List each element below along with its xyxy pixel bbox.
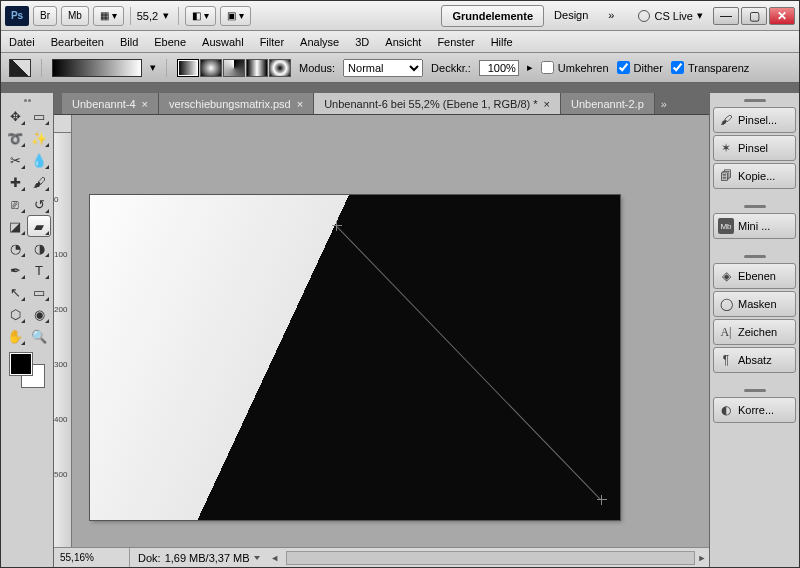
panel-grip[interactable]: [710, 203, 799, 209]
doc-tab[interactable]: verschiebungsmatrix.psd×: [159, 93, 314, 114]
pen-tool[interactable]: ✒: [3, 259, 27, 281]
gradient-angle[interactable]: [223, 59, 245, 77]
gradient-radial[interactable]: [200, 59, 222, 77]
menu-ansicht[interactable]: Ansicht: [385, 36, 421, 48]
hscrollbar[interactable]: [286, 551, 695, 565]
3d-tool[interactable]: ⬡: [3, 303, 27, 325]
gradient-end-handle[interactable]: [597, 495, 607, 505]
move-tool[interactable]: ✥: [3, 105, 27, 127]
gradient-diamond[interactable]: [269, 59, 291, 77]
panel-absatz[interactable]: ¶Absatz: [713, 347, 796, 373]
close-icon[interactable]: ×: [544, 98, 550, 110]
canvas-viewport[interactable]: [72, 133, 709, 547]
blur-tool[interactable]: ◔: [3, 237, 27, 259]
tab-gutter: [1, 83, 799, 93]
3d-camera-tool[interactable]: ◉: [27, 303, 51, 325]
chevron-right-icon[interactable]: ▸: [527, 61, 533, 74]
menu-auswahl[interactable]: Auswahl: [202, 36, 244, 48]
close-button[interactable]: ✕: [769, 7, 795, 25]
panel-zeichen[interactable]: A|Zeichen: [713, 319, 796, 345]
minibridge-button[interactable]: Mb: [61, 6, 89, 26]
close-icon[interactable]: ×: [297, 98, 303, 110]
menu-filter[interactable]: Filter: [260, 36, 284, 48]
panel-grip[interactable]: [710, 253, 799, 259]
dodge-tool[interactable]: ◑: [27, 237, 51, 259]
menu-ebene[interactable]: Ebene: [154, 36, 186, 48]
gradient-reflected[interactable]: [246, 59, 268, 77]
maximize-button[interactable]: ▢: [741, 7, 767, 25]
doc-tab[interactable]: Unbenannt-6 bei 55,2% (Ebene 1, RGB/8) *…: [314, 93, 561, 114]
history-brush-tool[interactable]: ↺: [27, 193, 51, 215]
crop-tool[interactable]: ✂: [3, 149, 27, 171]
panel-masken[interactable]: ◯Masken: [713, 291, 796, 317]
tool-preset-picker[interactable]: [9, 59, 31, 77]
zoom-tool[interactable]: 🔍: [27, 325, 51, 347]
window-controls: — ▢ ✕: [713, 7, 795, 25]
toolbox: ✥▭ ➰✨ ✂💧 ✚🖌 ⎚↺ ◪▰ ◔◑ ✒T ↖▭ ⬡◉ ✋🔍: [1, 93, 54, 567]
transparenz-check[interactable]: Transparenz: [671, 61, 749, 74]
panel-grip[interactable]: [710, 387, 799, 393]
color-swatches[interactable]: [10, 353, 44, 387]
wand-tool[interactable]: ✨: [27, 127, 51, 149]
zoom-combo[interactable]: 55,2 ▾: [137, 9, 172, 22]
menu-3d[interactable]: 3D: [355, 36, 369, 48]
cslive-button[interactable]: CS Live ▾: [638, 9, 703, 22]
menu-fenster[interactable]: Fenster: [437, 36, 474, 48]
workspace-grundelemente[interactable]: Grundelemente: [441, 5, 544, 27]
stamp-tool[interactable]: ⎚: [3, 193, 27, 215]
hand-tool[interactable]: ✋: [3, 325, 27, 347]
scroll-right-icon[interactable]: ►: [695, 553, 709, 563]
screenmode-button[interactable]: ▣ ▾: [220, 6, 251, 26]
menu-hilfe[interactable]: Hilfe: [491, 36, 513, 48]
gradient-start-handle[interactable]: [332, 221, 342, 231]
menu-bild[interactable]: Bild: [120, 36, 138, 48]
scroll-left-icon[interactable]: ◄: [268, 553, 282, 563]
gradient-linear[interactable]: [177, 59, 199, 77]
chevron-down-icon[interactable]: ▾: [150, 61, 156, 74]
menu-bar: Datei Bearbeiten Bild Ebene Auswahl Filt…: [1, 31, 799, 53]
status-zoom[interactable]: 55,16%: [54, 548, 130, 567]
arrange-button[interactable]: ◧ ▾: [185, 6, 216, 26]
document-area: Unbenannt-4× verschiebungsmatrix.psd× Un…: [54, 93, 709, 567]
menu-bearbeiten[interactable]: Bearbeiten: [51, 36, 104, 48]
menu-datei[interactable]: Datei: [9, 36, 35, 48]
panel-grip[interactable]: [710, 97, 799, 103]
doc-tab[interactable]: Unbenannt-4×: [62, 93, 159, 114]
heal-tool[interactable]: ✚: [3, 171, 27, 193]
close-icon[interactable]: ×: [142, 98, 148, 110]
lasso-tool[interactable]: ➰: [3, 127, 27, 149]
panel-pinsel[interactable]: ✶Pinsel: [713, 135, 796, 161]
marquee-tool[interactable]: ▭: [27, 105, 51, 127]
panel-kopierquelle[interactable]: 🗐Kopie...: [713, 163, 796, 189]
umkehren-check[interactable]: Umkehren: [541, 61, 609, 74]
workspace-design[interactable]: Design: [544, 5, 598, 27]
toolbox-grip[interactable]: [7, 97, 47, 103]
cslive-label: CS Live: [654, 10, 693, 22]
panel-korrekturen[interactable]: ◐Korre...: [713, 397, 796, 423]
chevron-down-icon[interactable]: ▾: [160, 9, 172, 22]
modus-select[interactable]: Normal: [343, 59, 423, 77]
gradient-tool[interactable]: ▰: [27, 215, 51, 237]
type-tool[interactable]: T: [27, 259, 51, 281]
path-select-tool[interactable]: ↖: [3, 281, 27, 303]
tabs-overflow[interactable]: »: [655, 93, 673, 114]
workspace-more[interactable]: »: [598, 5, 624, 27]
eraser-tool[interactable]: ◪: [3, 215, 27, 237]
doc-tab[interactable]: Unbenannt-2.p: [561, 93, 655, 114]
panel-pinselvorgaben[interactable]: 🖌Pinsel...: [713, 107, 796, 133]
foreground-color[interactable]: [10, 353, 32, 375]
gradient-picker[interactable]: [52, 59, 142, 77]
minimize-button[interactable]: —: [713, 7, 739, 25]
menu-analyse[interactable]: Analyse: [300, 36, 339, 48]
panel-ebenen[interactable]: ◈Ebenen: [713, 263, 796, 289]
ruler-vertical[interactable]: 0 100 200 300 400 500: [54, 133, 72, 547]
eyedropper-tool[interactable]: 💧: [27, 149, 51, 171]
bridge-button[interactable]: Br: [33, 6, 57, 26]
layout-button[interactable]: ▦ ▾: [93, 6, 124, 26]
shape-tool[interactable]: ▭: [27, 281, 51, 303]
brush-tool[interactable]: 🖌: [27, 171, 51, 193]
status-docinfo[interactable]: Dok: 1,69 MB/3,37 MB: [130, 552, 268, 564]
deckkr-input[interactable]: [479, 60, 519, 76]
dither-check[interactable]: Dither: [617, 61, 663, 74]
panel-minibridge[interactable]: MbMini ...: [713, 213, 796, 239]
